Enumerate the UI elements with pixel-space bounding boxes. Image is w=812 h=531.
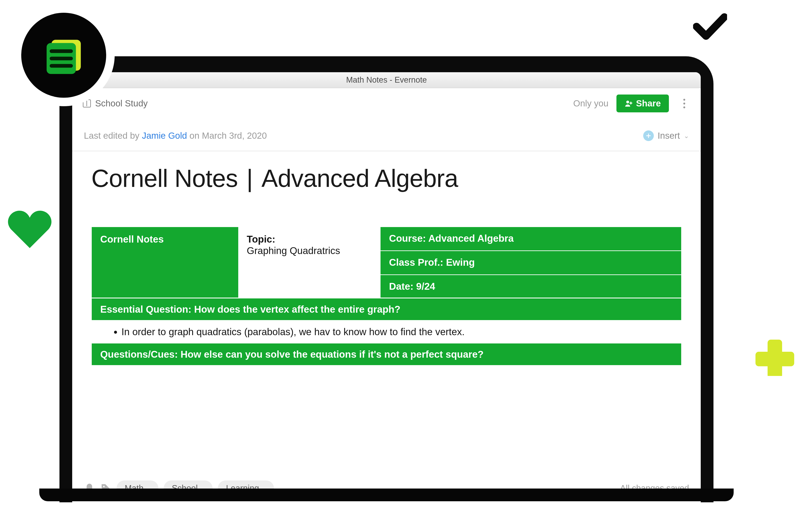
insert-button[interactable]: Insert ⌄ bbox=[643, 130, 689, 141]
essential-question: Essential Question: How does the vertex … bbox=[92, 298, 681, 320]
access-label: Only you bbox=[573, 98, 609, 109]
chevron-down-icon: ⌄ bbox=[684, 132, 689, 140]
svg-point-8 bbox=[103, 486, 105, 487]
more-menu-button[interactable] bbox=[679, 99, 690, 108]
editor-link[interactable]: Jamie Gold bbox=[142, 131, 187, 141]
share-button[interactable]: Share bbox=[617, 95, 669, 112]
plus-icon bbox=[755, 335, 795, 376]
laptop-base bbox=[39, 489, 734, 501]
svg-point-5 bbox=[626, 101, 629, 103]
laptop-frame: Math Notes - Evernote School Study Only … bbox=[59, 56, 713, 502]
notes-body: In order to graph quadratics (parabolas)… bbox=[92, 320, 681, 343]
questions-cues: Questions/Cues: How else can you solve t… bbox=[92, 343, 681, 365]
topic-cell: Topic: Graphing Quadratrics bbox=[238, 227, 380, 298]
course-cell: Course: Advanced Algebra bbox=[380, 227, 681, 249]
cornell-notes-table[interactable]: Cornell Notes Topic: Graphing Quadratric… bbox=[91, 227, 682, 365]
window-title: Math Notes - Evernote bbox=[72, 75, 701, 85]
checkmark-icon bbox=[693, 13, 727, 40]
share-button-label: Share bbox=[636, 98, 661, 109]
last-edited-text: Last edited by Jamie Gold on March 3rd, … bbox=[84, 131, 267, 141]
notes-stack-icon bbox=[39, 31, 88, 80]
date-cell: Date: 9/24 bbox=[380, 274, 681, 298]
note-title[interactable]: Cornell Notes | Advanced Algebra bbox=[72, 152, 701, 197]
prof-cell: Class Prof.: Ewing bbox=[380, 250, 681, 274]
cornell-heading: Cornell Notes bbox=[92, 227, 238, 298]
notebook-name[interactable]: School Study bbox=[95, 98, 148, 109]
app-logo-badge bbox=[13, 4, 115, 106]
window-titlebar: Math Notes - Evernote bbox=[72, 72, 701, 88]
person-plus-icon bbox=[624, 99, 633, 108]
plus-circle-icon bbox=[643, 130, 654, 141]
insert-label: Insert bbox=[658, 131, 680, 141]
heart-icon bbox=[6, 208, 53, 250]
